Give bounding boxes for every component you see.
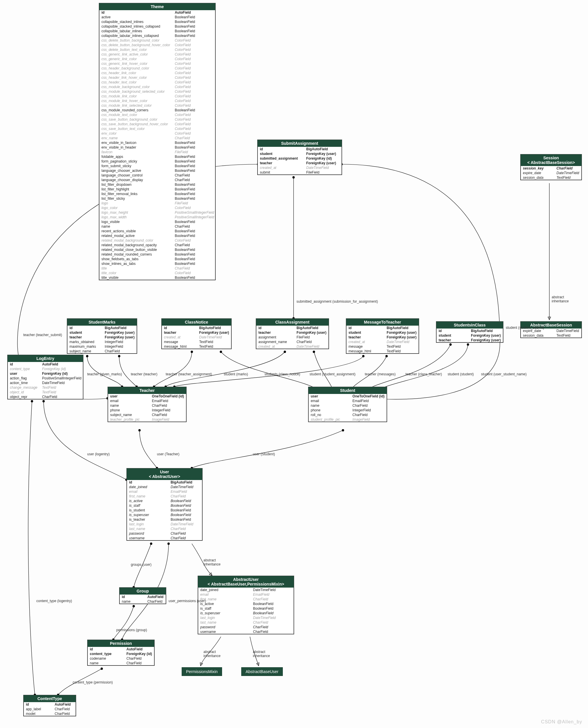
field-row: related_modal_background_colorColorField: [99, 238, 216, 243]
field-row: env_visible_in_faviconBooleanField: [99, 141, 216, 145]
field-row: css_delete_button_text_colorColorField: [99, 47, 216, 52]
field-row: css_header_background_colorColorField: [99, 66, 216, 71]
field-row: teacherForeignKey (user): [162, 330, 231, 335]
field-row: recent_actions_visibleBooleanField: [99, 229, 216, 233]
field-row: show_inlines_as_tabsBooleanField: [99, 262, 216, 266]
field-row: idBigAutoField: [346, 326, 419, 330]
entity-fields: date_joinedDateTimeFieldemailEmailFieldf…: [198, 587, 294, 634]
field-row: css_header_link_hover_colorColorField: [99, 75, 216, 80]
field-row: subject_nameCharField: [67, 349, 137, 354]
entity-fields: idBigAutoFieldstudentForeignKey (user)te…: [436, 329, 503, 342]
field-row: list_filter_dropdownBooleanField: [99, 182, 216, 187]
entity-fields: idBigAutoFielddate_joinedDateTimeFieldem…: [127, 480, 202, 540]
field-row: foldable_appsBooleanField: [99, 154, 216, 159]
field-row: collapsible_stacked_inlines_collapsedBoo…: [99, 24, 216, 29]
field-row: faviconFileField: [99, 150, 216, 154]
entity-permission: PermissionidAutoFieldcontent_typeForeign…: [87, 640, 155, 666]
field-row: css_header_link_colorColorField: [99, 71, 216, 75]
field-row: is_teacherBooleanField: [127, 517, 202, 522]
label-content-type-logentry: content_type (logentry): [36, 599, 72, 603]
field-row: idBigAutoField: [257, 147, 342, 151]
field-row: logo_visibleBooleanField: [99, 220, 216, 224]
field-row: idAutoField: [99, 10, 216, 15]
field-row: message_htmlTextField: [162, 344, 231, 349]
label-teacher-teacher: teacher (teacher): [131, 372, 157, 376]
field-row: date_joinedDateTimeField: [198, 587, 294, 592]
field-row: last_nameCharField: [127, 526, 202, 531]
field-row: emailEmailField: [108, 399, 186, 403]
label-student-marks: student (marks): [224, 372, 248, 376]
field-row: list_filter_removal_linksBooleanField: [99, 192, 216, 196]
field-row: is_staffBooleanField: [198, 606, 294, 611]
field-row: css_header_text_colorColorField: [99, 80, 216, 85]
field-row: related_modal_close_button_visibleBoolea…: [99, 247, 216, 252]
field-row: action_timeDateTimeField: [7, 380, 84, 385]
entity-fields: expire_dateDateTimeFieldsession_dataText…: [521, 329, 582, 338]
field-row: idAutoField: [24, 702, 76, 707]
field-row: studentForeignKey (user): [346, 330, 419, 335]
field-row: css_delete_button_background_colorColorF…: [99, 38, 216, 43]
field-row: created_atDateTimeField: [346, 339, 419, 344]
field-row: nameCharField: [99, 224, 216, 229]
field-row: teacher_profile_picImageField: [108, 417, 186, 422]
field-row: css_module_link_colorColorField: [99, 94, 216, 99]
field-row: nameCharField: [87, 661, 154, 665]
field-row: form_pagination_stickyBooleanField: [99, 159, 216, 164]
field-row: related_modal_rounded_cornersBooleanFiel…: [99, 252, 216, 257]
field-row: logo_max_widthPositiveSmallIntegerField: [99, 215, 216, 220]
field-row: action_flagPositiveSmallIntegerField: [7, 376, 84, 380]
field-row: roll_noCharField: [308, 413, 387, 417]
field-row: css_generic_link_active_colorColorField: [99, 52, 216, 57]
field-row: userForeignKey (id): [7, 371, 84, 376]
label-user-permissions-user: user_permissions (user): [169, 599, 206, 603]
label-teacher-given-marks: teacher (given_marks): [87, 372, 122, 376]
entity-title: ClassAssignment: [256, 319, 329, 326]
field-row: collapsible_tabular_inlines_collapsedBoo…: [99, 34, 216, 38]
entity-teacher: TeacheruserOneToOneField (id)emailEmailF…: [108, 387, 187, 422]
field-row: idBigAutoField: [162, 326, 231, 330]
label-students-class-notice: students (class_notice): [265, 372, 300, 376]
label-submitted-assignment: submitted_assignment (submission_for_ass…: [296, 299, 378, 304]
field-row: date_joinedDateTimeField: [127, 485, 202, 489]
entity-fields: idAutoFieldcontent_typeForeignKey (id)us…: [7, 362, 84, 399]
entity-title: Permission: [87, 640, 154, 647]
entity-title: ContentType: [24, 695, 76, 702]
field-row: modelCharField: [24, 711, 76, 716]
field-row: language_chooser_controlCharField: [99, 173, 216, 178]
field-row: nameCharField: [120, 599, 166, 604]
field-row: idAutoField: [120, 595, 166, 599]
entity-session: Session < AbstractBaseSession>session_ke…: [520, 154, 582, 180]
field-row: phoneIntegerField: [108, 408, 186, 413]
field-row: created_atDateTimeField: [256, 344, 329, 349]
field-row: studentForeignKey (user): [257, 151, 342, 156]
field-row: session_dataTextField: [521, 175, 582, 180]
entity-fields: idAutoFieldcontent_typeForeignKey (id)co…: [87, 647, 154, 665]
field-row: is_studentBooleanField: [127, 508, 202, 513]
field-row: teacherForeignKey (user): [346, 335, 419, 339]
entity-title: AbstractUser < AbstractBaseUser,Permissi…: [198, 576, 294, 587]
label-abstract-inh-user: abstract inheritance: [204, 558, 220, 566]
field-row: css_module_rounded_cornersBooleanField: [99, 108, 216, 112]
field-row: nameCharField: [308, 403, 387, 408]
entity-title: StudentMarks: [67, 319, 137, 326]
field-row: submitted_assignmentForeignKey (id): [257, 156, 342, 161]
field-row: css_delete_button_background_hover_color…: [99, 43, 216, 47]
field-row: object_idTextField: [7, 390, 84, 395]
field-row: list_filter_stickyBooleanField: [99, 196, 216, 201]
field-row: last_nameCharField: [198, 620, 294, 625]
box-abstract-base-user: AbstractBaseUser: [241, 667, 283, 676]
label-abstract-inh-abu: abstract inheritance: [253, 650, 270, 658]
label-teacher-teacher-assignment: teacher (teacher_assignment): [166, 372, 212, 376]
entity-fields: idAutoFieldapp_labelCharFieldmodelCharFi…: [24, 702, 76, 716]
field-row: assignment_nameCharField: [256, 339, 329, 344]
label-student-student-assignment: student (student_assignment): [310, 372, 355, 376]
field-row: list_filter_highlightBooleanField: [99, 187, 216, 192]
entity-fields: idBigAutoFieldteacherForeignKey (user)cr…: [162, 326, 231, 349]
entity-abstract-user: AbstractUser < AbstractBaseUser,Permissi…: [198, 576, 294, 635]
field-row: subject_nameCharField: [108, 413, 186, 417]
field-row: idAutoField: [7, 362, 84, 367]
field-row: teacherForeignKey (user): [257, 161, 342, 165]
field-row: submitFileField: [257, 170, 342, 175]
field-row: student_profile_picImageField: [308, 417, 387, 422]
field-row: is_activeBooleanField: [198, 602, 294, 606]
